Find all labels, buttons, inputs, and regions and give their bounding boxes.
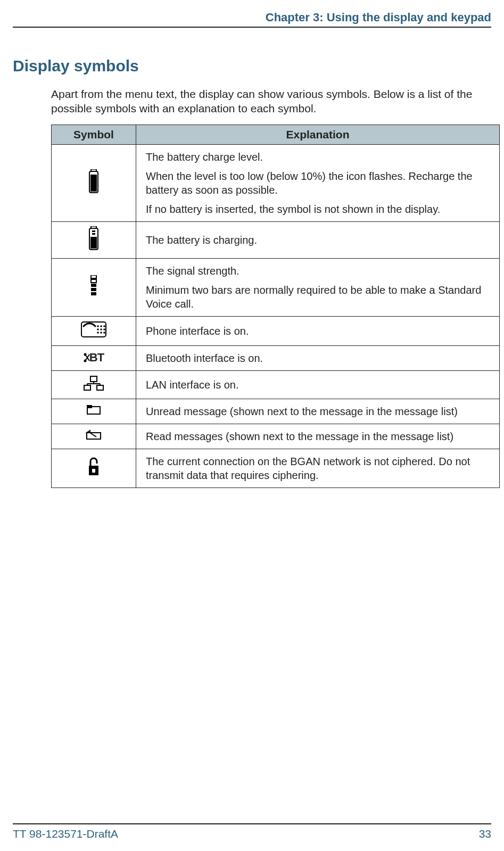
svg-point-14: [97, 325, 99, 327]
explanation-cell: Bluetooth interface is on.: [136, 345, 500, 370]
explanation-cell: The signal strength. Minimum two bars ar…: [136, 258, 500, 316]
page-content: Display symbols Apart from the menu text…: [13, 28, 491, 488]
battery-icon: [88, 169, 99, 197]
table-row: The battery is charging.: [52, 221, 500, 258]
svg-point-21: [100, 332, 102, 334]
svg-point-19: [103, 328, 105, 331]
page-header: Chapter 3: Using the display and keypad: [13, 0, 491, 28]
intro-paragraph: Apart from the menu text, the display ca…: [51, 87, 491, 116]
svg-point-17: [97, 328, 99, 331]
battery-charging-icon: [88, 226, 99, 254]
explanation-cell: The battery charge level. When the level…: [136, 144, 500, 221]
svg-rect-7: [92, 233, 95, 235]
not-ciphered-icon: [86, 456, 101, 481]
svg-point-15: [100, 325, 102, 327]
signal-strength-icon: [86, 275, 102, 300]
bluetooth-icon: BT: [84, 350, 104, 366]
explanation-cell: Read messages (shown next to the message…: [136, 424, 500, 449]
table-row: LAN interface is on.: [52, 370, 500, 399]
chapter-title: Chapter 3: Using the display and keypad: [266, 11, 491, 24]
read-message-icon: [86, 429, 102, 443]
svg-rect-5: [90, 237, 97, 249]
svg-rect-33: [97, 385, 103, 390]
svg-marker-36: [87, 431, 90, 433]
table-row: The battery charge level. When the level…: [52, 144, 500, 221]
svg-rect-6: [92, 230, 95, 232]
explanation-cell: The battery is charging.: [136, 221, 500, 258]
symbols-table: Symbol Explanation The battery: [51, 125, 500, 488]
svg-point-20: [97, 332, 99, 334]
svg-line-37: [90, 433, 96, 437]
table-row: Read messages (shown next to the message…: [52, 424, 500, 449]
svg-rect-8: [91, 275, 96, 278]
section-heading: Display symbols: [13, 57, 491, 75]
col-symbol-header: Symbol: [52, 125, 136, 144]
table-row: BT Bluetooth interface is on.: [52, 345, 500, 370]
svg-rect-2: [90, 175, 97, 192]
explanation-cell: Unread message (shown next to the messag…: [136, 399, 500, 424]
unread-message-icon: [86, 404, 101, 418]
page-number: 33: [479, 828, 491, 840]
table-row: Phone interface is on.: [52, 316, 500, 345]
doc-id: TT 98-123571-DraftA: [13, 828, 118, 840]
svg-point-16: [103, 325, 105, 327]
table-row: Unread message (shown next to the messag…: [52, 399, 500, 424]
page-footer: TT 98-123571-DraftA 33: [13, 823, 491, 840]
table-row: The current connection on the BGAN netwo…: [52, 449, 500, 488]
lan-icon: [83, 375, 104, 394]
svg-rect-32: [84, 385, 90, 390]
svg-rect-9: [91, 279, 96, 283]
explanation-cell: LAN interface is on.: [136, 370, 500, 399]
svg-point-18: [100, 328, 102, 331]
svg-rect-11: [91, 288, 96, 291]
explanation-cell: The current connection on the BGAN netwo…: [136, 449, 500, 488]
svg-rect-27: [90, 376, 97, 382]
phone-interface-icon: [80, 321, 107, 341]
svg-rect-39: [92, 469, 95, 473]
table-row: The signal strength. Minimum two bars ar…: [52, 258, 500, 316]
col-explanation-header: Explanation: [136, 125, 500, 144]
explanation-cell: Phone interface is on.: [136, 316, 500, 345]
svg-rect-10: [91, 284, 96, 287]
svg-point-22: [103, 332, 105, 334]
svg-rect-12: [91, 292, 96, 295]
